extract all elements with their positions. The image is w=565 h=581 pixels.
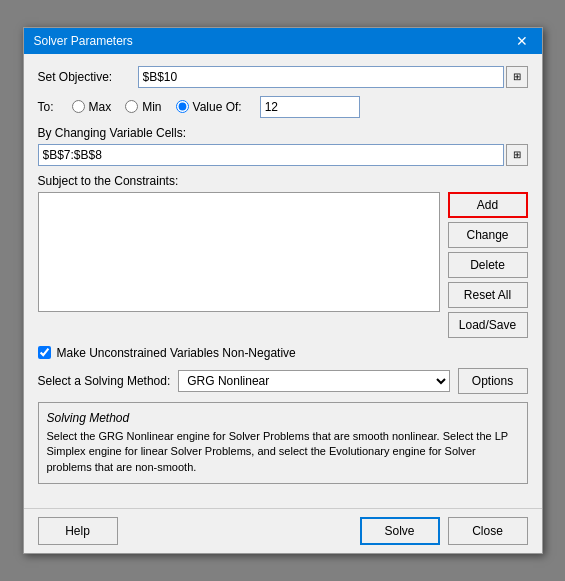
dialog-footer: Help Solve Close [24,508,542,553]
method-label: Select a Solving Method: [38,374,171,388]
options-button[interactable]: Options [458,368,528,394]
value-of-radio[interactable] [176,100,189,113]
close-button[interactable]: Close [448,517,528,545]
title-bar: Solver Parameters ✕ [24,28,542,54]
checkbox-row: Make Unconstrained Variables Non-Negativ… [38,346,528,360]
constraints-textarea[interactable] [38,192,440,312]
solver-dialog: Solver Parameters ✕ Set Objective: ⊞ To:… [23,27,543,554]
by-changing-input[interactable] [38,144,504,166]
min-radio-label[interactable]: Min [125,100,161,114]
footer-right: Solve Close [360,517,528,545]
max-label: Max [89,100,112,114]
radio-group: Max Min Value Of: [72,96,360,118]
by-changing-cell-button[interactable]: ⊞ [506,144,528,166]
value-of-radio-label[interactable]: Value Of: [176,100,242,114]
set-objective-cell-button[interactable]: ⊞ [506,66,528,88]
to-label: To: [38,100,54,114]
cell-ref-icon2: ⊞ [513,149,521,160]
method-select[interactable]: GRG Nonlinear LP Simplex Evolutionary [178,370,449,392]
cell-ref-icon: ⊞ [513,71,521,82]
non-negative-label[interactable]: Make Unconstrained Variables Non-Negativ… [57,346,296,360]
constraints-label: Subject to the Constraints: [38,174,528,188]
max-radio[interactable] [72,100,85,113]
by-changing-label: By Changing Variable Cells: [38,126,528,140]
reset-all-button[interactable]: Reset All [448,282,528,308]
load-save-button[interactable]: Load/Save [448,312,528,338]
close-icon[interactable]: ✕ [512,34,532,48]
footer-left: Help [38,517,118,545]
value-of-input[interactable] [260,96,360,118]
constraints-buttons: Add Change Delete Reset All Load/Save [448,192,528,338]
method-row: Select a Solving Method: GRG Nonlinear L… [38,368,528,394]
min-radio[interactable] [125,100,138,113]
delete-button[interactable]: Delete [448,252,528,278]
solving-method-title: Solving Method [47,411,519,425]
set-objective-input[interactable] [138,66,504,88]
dialog-content: Set Objective: ⊞ To: Max Min Value [24,54,542,508]
to-row: To: Max Min Value Of: [38,96,528,118]
value-of-label: Value Of: [193,100,242,114]
non-negative-checkbox[interactable] [38,346,51,359]
set-objective-label: Set Objective: [38,70,138,84]
change-button[interactable]: Change [448,222,528,248]
dialog-title: Solver Parameters [34,34,133,48]
solving-method-box: Solving Method Select the GRG Nonlinear … [38,402,528,484]
solve-button[interactable]: Solve [360,517,440,545]
constraints-area: Add Change Delete Reset All Load/Save [38,192,528,338]
set-objective-row: Set Objective: ⊞ [38,66,528,88]
max-radio-label[interactable]: Max [72,100,112,114]
by-changing-row: ⊞ [38,144,528,166]
solving-method-text: Select the GRG Nonlinear engine for Solv… [47,429,519,475]
min-label: Min [142,100,161,114]
help-button[interactable]: Help [38,517,118,545]
add-button[interactable]: Add [448,192,528,218]
